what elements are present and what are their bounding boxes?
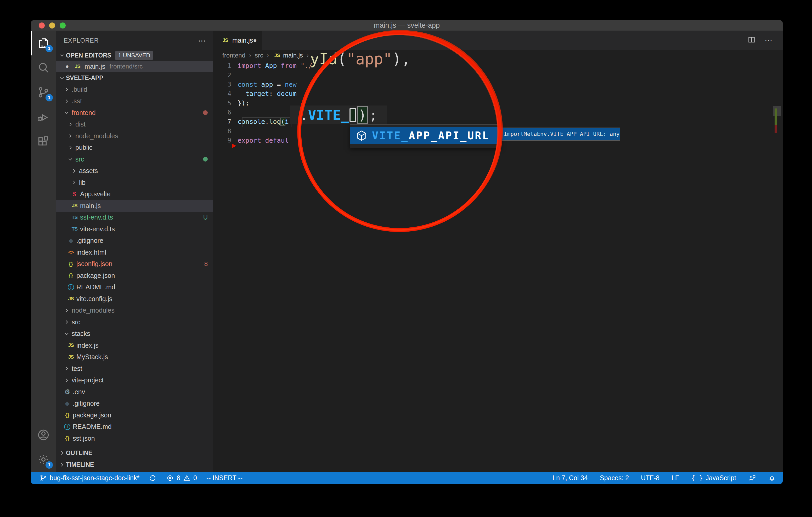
file-tree: .build.sstfrontenddistnode_modulespublic…	[56, 84, 213, 444]
vim-mode-label: -- INSERT --	[206, 474, 242, 482]
tree-item-test[interactable]: test	[56, 363, 213, 374]
extensions-activity-button[interactable]	[31, 129, 56, 154]
explorer-activity-button[interactable]: 1	[31, 31, 56, 55]
editor-more-icon[interactable]: ⋯	[765, 36, 773, 45]
tree-item-frontend[interactable]: frontend	[56, 107, 213, 119]
open-editors-header[interactable]: OPEN EDITORS 1 UNSAVED	[56, 50, 213, 61]
chevron-right-icon	[66, 132, 74, 140]
tree-item-mystack-js[interactable]: JSMyStack.js	[56, 351, 213, 363]
tree-item-label: .gitignore	[73, 400, 100, 407]
breadcrumb[interactable]: frontend›src›JSmain.js›...	[213, 50, 783, 61]
search-activity-button[interactable]	[31, 55, 56, 80]
line-number[interactable]: 6	[224, 109, 231, 116]
line-number[interactable]: 9	[224, 137, 231, 144]
tree-item-node-modules[interactable]: node_modules	[56, 305, 213, 316]
bell-icon	[768, 474, 776, 482]
tree-item-node-modules[interactable]: node_modules	[56, 130, 213, 142]
line-number[interactable]: 8	[224, 127, 231, 135]
indentation-item[interactable]: Spaces: 2	[600, 474, 629, 482]
zoom-button[interactable]	[60, 23, 66, 29]
tree-item-dist[interactable]: dist	[56, 119, 213, 130]
chevron-right-icon	[63, 86, 70, 93]
tree-item-index-js[interactable]: JSindex.js	[56, 339, 213, 351]
feedback-item[interactable]	[748, 474, 756, 482]
timeline-section-header[interactable]: TIMELINE	[56, 459, 213, 470]
outline-section-header[interactable]: OUTLINE	[56, 447, 213, 459]
notifications-item[interactable]	[768, 474, 776, 482]
tree-item-vite-config-js[interactable]: JSvite.config.js	[56, 293, 213, 305]
line-number[interactable]: 5	[224, 99, 231, 107]
breadcrumb-item-src[interactable]: src	[255, 52, 263, 59]
code-text: const app = new	[237, 81, 300, 88]
encoding-item[interactable]: UTF-8	[641, 474, 660, 482]
suggestion-item-vite-app-api-url[interactable]: VITE_APP_API_URL	[350, 127, 501, 144]
suggestion-detail: ImportMetaEnv.VITE_APP_API_URL: any	[500, 127, 620, 141]
vim-mode-item[interactable]: -- INSERT --	[206, 474, 242, 482]
code-line-4: 4 target: docum	[213, 89, 783, 98]
tree-item-index-html[interactable]: <>index.html	[56, 246, 213, 258]
tree-item-stacks[interactable]: stacks	[56, 328, 213, 340]
git-branch-item[interactable]: bug-fix-sst-json-stage-doc-link*	[39, 474, 139, 482]
tree-item-readme-md[interactable]: iREADME.md	[56, 281, 213, 293]
sync-item[interactable]	[149, 474, 157, 482]
outline-label: OUTLINE	[66, 450, 92, 457]
line-number[interactable]: 1	[224, 62, 231, 69]
line-number[interactable]: 3	[224, 81, 231, 88]
minimize-button[interactable]	[49, 23, 55, 29]
tree-item-vite-env-d-ts[interactable]: TSvite-env.d.ts	[56, 223, 213, 235]
tree-item-package-json[interactable]: {}package.json	[56, 270, 213, 281]
tree-item-src[interactable]: src	[56, 316, 213, 328]
tree-item--build[interactable]: .build	[56, 84, 213, 95]
warning-count: 0	[193, 474, 197, 482]
gutter-decoration	[231, 117, 237, 126]
tree-item-label: App.svelte	[80, 190, 111, 198]
tree-item-src[interactable]: src	[56, 153, 213, 165]
tree-item-main-js[interactable]: JSmain.js	[56, 200, 213, 212]
gutter-decoration	[231, 108, 237, 117]
sidebar-more-icon[interactable]: ⋯	[198, 36, 207, 45]
tree-item-vite-project[interactable]: vite-project	[56, 374, 213, 386]
tree-item-lib[interactable]: lib	[56, 177, 213, 188]
tree-item-assets[interactable]: assets	[56, 165, 213, 177]
close-button[interactable]	[39, 23, 45, 29]
run-debug-activity-button[interactable]	[31, 104, 56, 129]
tree-item-public[interactable]: public	[56, 142, 213, 154]
magnified-vite-text: VITE_	[308, 107, 349, 123]
settings-activity-button[interactable]: 1	[31, 447, 56, 472]
tree-item-jsconfig-json[interactable]: {}jsconfig.json8	[56, 258, 213, 270]
source-control-activity-button[interactable]: 1	[31, 80, 56, 104]
problems-item[interactable]: 8 0	[166, 474, 197, 482]
open-editor-main-js[interactable]: ● JS main.js frontend/src	[56, 61, 213, 72]
account-activity-button[interactable]	[31, 423, 56, 447]
tab-main-js[interactable]: JS main.js ●	[213, 31, 262, 50]
language-mode-item[interactable]: { } JavaScript	[691, 474, 736, 482]
chevron-down-icon	[66, 155, 74, 163]
tree-item--env[interactable]: ⚙.env	[56, 386, 213, 398]
tree-item-sst-env-d-ts[interactable]: TSsst-env.d.tsU	[56, 212, 213, 223]
tree-item-readme-md[interactable]: iREADME.md	[56, 421, 213, 433]
split-editor-icon[interactable]	[747, 35, 756, 45]
badge: 1	[46, 461, 53, 469]
line-number[interactable]: 2	[224, 71, 231, 79]
line-number[interactable]: 7	[224, 118, 231, 125]
magnified-bracket: )	[358, 107, 367, 123]
tree-item-package-json[interactable]: {}package.json	[56, 409, 213, 421]
gear-icon: ⚙	[63, 388, 72, 395]
line-number[interactable]: 4	[224, 90, 231, 97]
tree-item-label: package.json	[73, 412, 111, 419]
breadcrumb-item-frontend[interactable]: frontend	[222, 52, 245, 59]
tree-item-app-svelte[interactable]: SApp.svelte	[56, 188, 213, 200]
breadcrumb-separator: ›	[267, 52, 269, 59]
tree-item--gitignore[interactable]: ◆.gitignore	[56, 235, 213, 247]
tree-item--gitignore[interactable]: ◆.gitignore	[56, 398, 213, 409]
current-line-border	[242, 117, 291, 127]
eol-item[interactable]: LF	[671, 474, 679, 482]
breadcrumb-item-main-js[interactable]: JSmain.js	[272, 52, 303, 59]
code-text: export defaul	[237, 137, 289, 144]
tree-item-sst-json[interactable]: {}sst.json	[56, 433, 213, 444]
tree-item--sst[interactable]: .sst	[56, 95, 213, 107]
workspace-root-header[interactable]: SVELTE-APP	[56, 72, 213, 84]
cursor-position-item[interactable]: Ln 7, Col 34	[552, 474, 588, 482]
suggestion-match-text: VITE_	[372, 130, 409, 142]
tab-modified-dot-icon[interactable]: ●	[253, 37, 257, 44]
